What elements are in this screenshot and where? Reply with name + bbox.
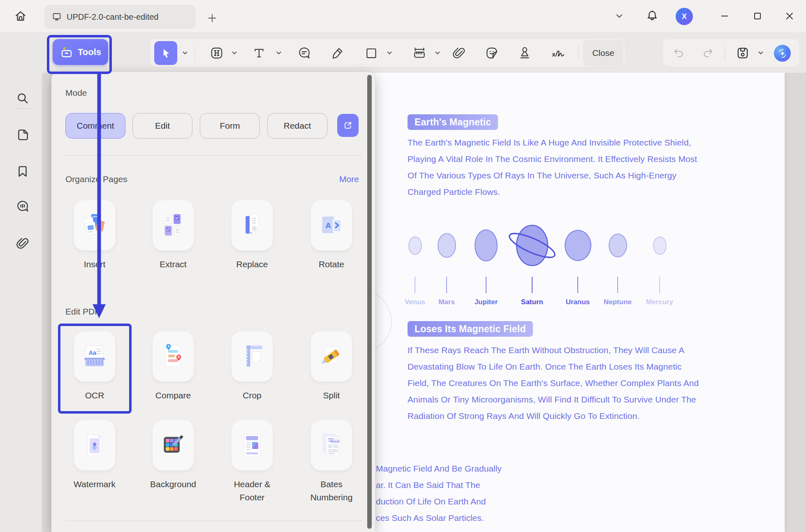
comment-bubble-icon bbox=[297, 46, 312, 60]
redo-button[interactable] bbox=[701, 46, 715, 60]
select-tool-dropdown[interactable] bbox=[182, 51, 188, 56]
minimize-icon bbox=[719, 11, 730, 21]
mode-option-edit[interactable]: Edit bbox=[132, 113, 192, 139]
pencil-icon bbox=[330, 46, 345, 60]
tutorial-arrow-down bbox=[86, 66, 113, 329]
save-icon bbox=[735, 46, 750, 60]
highlight-tool-button[interactable] bbox=[209, 46, 224, 60]
bell-icon bbox=[645, 9, 659, 23]
header-footer-icon bbox=[237, 430, 267, 460]
bookmark-icon bbox=[15, 164, 30, 179]
toolbar-divider bbox=[578, 46, 579, 60]
pencil-tool-button[interactable] bbox=[330, 46, 345, 60]
new-tab-button[interactable] bbox=[205, 11, 220, 25]
close-icon bbox=[784, 11, 795, 21]
bookmarks-panel-button[interactable] bbox=[15, 164, 30, 180]
organize-more-link[interactable]: More bbox=[339, 174, 359, 184]
highlight-icon bbox=[209, 46, 224, 60]
home-button[interactable] bbox=[11, 6, 30, 26]
tool-tile-bates-numbering[interactable]: 000123 Bates Numbering bbox=[311, 420, 352, 504]
sticker-tool-button[interactable] bbox=[484, 46, 499, 60]
chat-bubble-icon bbox=[15, 199, 30, 214]
tools-menu-button[interactable]: Tools bbox=[53, 39, 108, 65]
screen-icon bbox=[52, 12, 62, 22]
select-tool-button[interactable] bbox=[154, 41, 177, 65]
mode-option-redact[interactable]: Redact bbox=[267, 113, 327, 139]
tool-tile-split[interactable]: Split bbox=[311, 331, 352, 402]
notifications-button[interactable] bbox=[645, 9, 659, 23]
cursor-icon bbox=[160, 47, 172, 59]
mode-option-form[interactable]: Form bbox=[200, 113, 260, 139]
tool-tile-crop[interactable]: Crop bbox=[232, 331, 273, 402]
updf-app-window: UPDF-2.0-cant-be-edited X bbox=[0, 0, 806, 532]
chevron-down-icon bbox=[615, 13, 623, 19]
tool-tile-rotate[interactable]: A Rotate bbox=[311, 200, 352, 271]
user-avatar[interactable]: X bbox=[676, 8, 693, 25]
signature-tool-button[interactable] bbox=[550, 45, 566, 61]
ai-sparkle-icon bbox=[777, 48, 788, 59]
comments-panel-button[interactable] bbox=[15, 199, 30, 215]
tool-tile-compare[interactable]: Compare bbox=[153, 331, 194, 402]
close-window-button[interactable] bbox=[784, 11, 795, 21]
chevron-down-icon bbox=[387, 51, 393, 56]
search-button[interactable] bbox=[15, 91, 30, 107]
text-tool-dropdown[interactable] bbox=[276, 51, 282, 56]
plus-icon bbox=[207, 13, 218, 23]
shape-tool-dropdown[interactable] bbox=[387, 51, 393, 56]
ocr-tile-highlight-box bbox=[58, 324, 132, 414]
ai-assistant-button[interactable] bbox=[774, 45, 791, 62]
tool-tile-watermark[interactable]: Watermark bbox=[74, 420, 115, 491]
title-bar: UPDF-2.0-cant-be-edited X bbox=[0, 0, 806, 32]
minimize-button[interactable] bbox=[719, 11, 730, 21]
document-tab[interactable]: UPDF-2.0-cant-be-edited bbox=[44, 5, 196, 29]
save-button[interactable] bbox=[735, 46, 750, 60]
tab-list-button[interactable] bbox=[615, 13, 623, 19]
extract-pages-icon bbox=[158, 210, 188, 240]
svg-text:A: A bbox=[325, 221, 331, 230]
bates-numbering-icon: 000123 bbox=[317, 430, 346, 460]
text-icon bbox=[252, 46, 266, 60]
watermark-icon bbox=[80, 430, 109, 460]
close-tools-button[interactable]: Close bbox=[583, 40, 623, 66]
left-sidebar bbox=[0, 32, 42, 532]
open-mode-external-button[interactable] bbox=[337, 114, 359, 137]
measure-tool-dropdown[interactable] bbox=[435, 51, 441, 56]
chevron-down-icon bbox=[758, 51, 764, 56]
maximize-button[interactable] bbox=[752, 11, 763, 21]
pages-panel-button[interactable] bbox=[15, 127, 30, 144]
maximize-icon bbox=[752, 11, 763, 21]
tool-tile-replace[interactable]: Replace bbox=[232, 200, 273, 271]
undo-button[interactable] bbox=[672, 46, 686, 60]
background-icon bbox=[158, 430, 188, 460]
chevron-down-icon bbox=[182, 51, 188, 56]
rotate-pages-icon: A bbox=[317, 210, 346, 240]
replace-pages-icon bbox=[237, 210, 267, 240]
chevron-down-icon bbox=[435, 51, 441, 56]
comment-tool-button[interactable] bbox=[297, 46, 312, 60]
text-tool-button[interactable] bbox=[252, 46, 266, 60]
square-shape-icon bbox=[364, 46, 379, 60]
tab-title: UPDF-2.0-cant-be-edited bbox=[67, 12, 158, 22]
signature-icon bbox=[550, 45, 566, 61]
main-toolbar: Close bbox=[0, 32, 806, 73]
ruler-icon bbox=[412, 45, 427, 61]
sidebar-divider bbox=[14, 108, 31, 109]
save-dropdown[interactable] bbox=[758, 51, 764, 56]
attach-file-button[interactable] bbox=[452, 46, 466, 60]
tool-tile-header-footer[interactable]: Header & Footer bbox=[232, 420, 273, 504]
external-link-icon bbox=[343, 120, 353, 131]
attachments-panel-button[interactable] bbox=[15, 236, 30, 252]
tool-tile-extract[interactable]: Extract bbox=[153, 200, 194, 271]
toolbar-divider bbox=[195, 46, 195, 60]
measure-tool-button[interactable] bbox=[412, 45, 427, 61]
toolbar-divider bbox=[725, 46, 725, 60]
panel-scrollbar[interactable] bbox=[367, 75, 372, 529]
chevron-down-icon bbox=[232, 51, 238, 56]
undo-icon bbox=[672, 46, 686, 60]
tool-tile-background[interactable]: Background bbox=[153, 420, 194, 491]
home-icon bbox=[14, 9, 28, 23]
shape-tool-button[interactable] bbox=[364, 46, 379, 60]
stamp-tool-button[interactable] bbox=[517, 46, 532, 60]
chevron-down-icon bbox=[276, 51, 282, 56]
highlight-tool-dropdown[interactable] bbox=[232, 51, 238, 56]
